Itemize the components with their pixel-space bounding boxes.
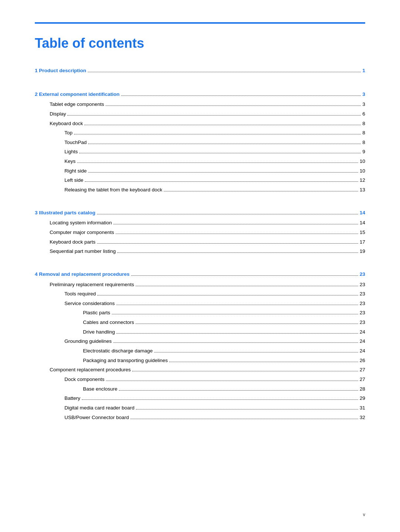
toc-label: Keyboard dock parts — [50, 237, 96, 247]
toc-entry: Cables and connectors23 — [35, 318, 365, 327]
toc-dots — [132, 371, 358, 371]
toc-page: 23 — [360, 308, 365, 318]
toc-label: Drive handling — [83, 327, 115, 337]
toc-entry: USB/Power Connector board32 — [35, 413, 365, 422]
toc-entry: Digital media card reader board31 — [35, 403, 365, 413]
toc-dots — [136, 286, 358, 286]
toc-entry: Component replacement procedures27 — [35, 365, 365, 375]
toc-page: 28 — [360, 384, 365, 394]
toc-entry: TouchPad8 — [35, 138, 365, 147]
toc-label: Preliminary replacement requirements — [50, 280, 134, 290]
toc-dots — [113, 224, 358, 224]
toc-dots — [116, 234, 358, 234]
toc-dots — [106, 381, 358, 381]
toc-page: 8 — [362, 119, 365, 128]
toc-entry: Grounding guidelines24 — [35, 337, 365, 346]
toc-label: Right side — [64, 166, 87, 176]
toc-entry: Releasing the tablet from the keyboard d… — [35, 185, 365, 195]
toc-page: 24 — [360, 327, 365, 337]
toc-label: Tools required — [64, 289, 96, 299]
toc-dots — [130, 419, 358, 419]
toc-page: 13 — [360, 185, 365, 195]
toc-page: 12 — [360, 175, 365, 185]
toc-entry: 3 Illustrated parts catalog14 — [35, 208, 365, 218]
toc-page: 15 — [360, 228, 365, 237]
toc-entry: Dock components27 — [35, 375, 365, 384]
toc-entry: Tools required23 — [35, 289, 365, 299]
toc-entry: Packaging and transporting guidelines26 — [35, 356, 365, 365]
toc-page: 3 — [362, 100, 365, 109]
toc-entry: Preliminary replacement requirements23 — [35, 280, 365, 290]
toc-page: 24 — [360, 346, 365, 356]
toc-page: 23 — [360, 289, 365, 299]
toc-label: Left side — [64, 175, 83, 185]
toc-label: Base enclosure — [83, 384, 117, 394]
top-rule — [35, 22, 365, 24]
toc-label: Computer major components — [50, 228, 114, 237]
toc-label: Keyboard dock — [50, 119, 83, 128]
toc-entry: 4 Removal and replacement procedures23 — [35, 270, 365, 279]
toc-dots — [74, 134, 361, 134]
toc-entry: Tablet edge components3 — [35, 100, 365, 109]
toc-label: 4 Removal and replacement procedures — [35, 270, 130, 279]
toc-dots — [136, 324, 358, 324]
toc-entry: Top8 — [35, 128, 365, 138]
toc-page: 6 — [362, 109, 365, 119]
toc-dots — [112, 314, 358, 314]
toc-label: Grounding guidelines — [64, 337, 112, 346]
toc-label: Electrostatic discharge damage — [83, 346, 153, 356]
toc-entry: Service considerations23 — [35, 299, 365, 308]
toc-page: 29 — [360, 394, 365, 403]
toc-page: 23 — [360, 280, 365, 290]
page-title: Table of contents — [35, 36, 365, 51]
toc-page: 10 — [360, 166, 365, 176]
toc-entry: Plastic parts23 — [35, 308, 365, 318]
toc-page: 27 — [360, 365, 365, 375]
toc-page: 23 — [360, 318, 365, 327]
toc-page: 31 — [360, 403, 365, 413]
toc-dots — [67, 115, 361, 116]
toc-dots — [79, 153, 361, 153]
toc-label: TouchPad — [64, 138, 87, 147]
toc-entry: Sequential part number listing19 — [35, 247, 365, 256]
toc-page: 9 — [362, 147, 365, 157]
toc-dots — [131, 275, 358, 276]
toc-entry: Drive handling24 — [35, 327, 365, 337]
toc-dots — [88, 144, 361, 144]
toc-dots — [97, 214, 358, 214]
toc-label: 2 External component identification — [35, 90, 120, 99]
toc-label: Cables and connectors — [83, 318, 134, 327]
toc-dots — [84, 125, 361, 125]
toc-entry: 1 Product description1 — [35, 66, 365, 76]
toc-dots — [82, 399, 358, 400]
toc-page: 8 — [362, 128, 365, 138]
toc-label: 1 Product description — [35, 66, 86, 76]
toc-dots — [106, 106, 361, 106]
toc-entry: Electrostatic discharge damage24 — [35, 346, 365, 356]
toc-entry: Display6 — [35, 109, 365, 119]
toc-page: 26 — [360, 356, 365, 365]
toc-entry: Keyboard dock8 — [35, 119, 365, 128]
toc-dots — [119, 390, 358, 391]
toc-page: 8 — [362, 138, 365, 147]
toc-label: Tablet edge components — [50, 100, 104, 109]
section-gap — [35, 256, 365, 263]
toc-label: Digital media card reader board — [64, 403, 134, 413]
toc-page: 23 — [360, 299, 365, 308]
page-number: v — [363, 512, 365, 517]
toc-label: Service considerations — [64, 299, 115, 308]
toc-dots — [116, 333, 358, 334]
toc-label: Top — [64, 128, 73, 138]
toc-entry: Keyboard dock parts17 — [35, 237, 365, 247]
toc-dots — [97, 295, 358, 295]
toc-label: Locating system information — [50, 218, 112, 228]
toc-entry: Left side12 — [35, 175, 365, 185]
toc-page: 23 — [360, 270, 365, 279]
toc-page: 27 — [360, 375, 365, 384]
toc-dots — [169, 362, 358, 362]
toc-page: 10 — [360, 157, 365, 166]
toc-entry: Base enclosure28 — [35, 384, 365, 394]
toc-dots — [116, 305, 358, 305]
toc-dots — [88, 72, 361, 72]
toc-label: Releasing the tablet from the keyboard d… — [64, 185, 162, 195]
